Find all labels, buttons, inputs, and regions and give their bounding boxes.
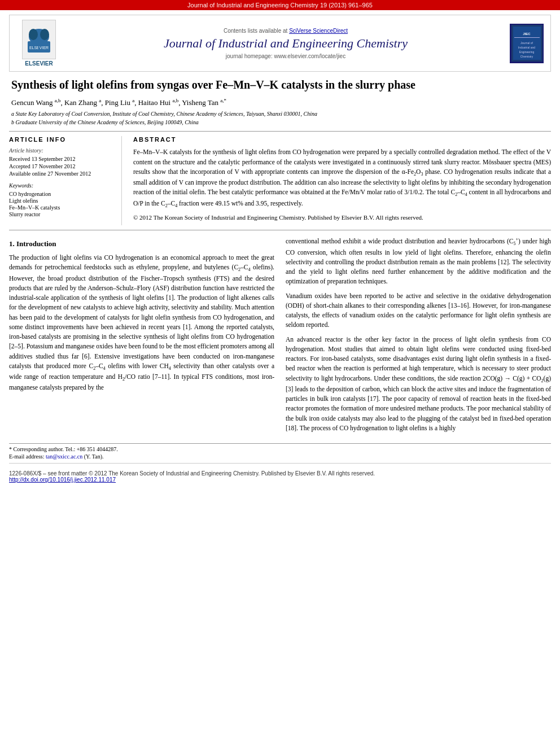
- svg-point-4: [40, 29, 49, 40]
- intro-paragraph-3: Vanadium oxides have been reported to be…: [286, 291, 551, 330]
- accepted-date: Accepted 17 November 2012: [9, 163, 115, 169]
- email-link[interactable]: tan@sxicc.ac.cn: [46, 453, 82, 460]
- journal-reference-bar: Journal of Industrial and Engineering Ch…: [0, 0, 560, 10]
- abstract-paragraph-1: Fe–Mn–V–K catalysts for the synthesis of…: [133, 147, 551, 209]
- contents-available-line: Contents lists available at SciVerse Sci…: [62, 28, 510, 34]
- affiliation-a: a State Key Laboratory of Coal Conversio…: [11, 111, 549, 117]
- elsevier-logo-image: ELSEVIER: [22, 20, 56, 59]
- article-title: Synthesis of light olefins from syngas o…: [11, 77, 549, 92]
- email-person: (Y. Tan).: [84, 453, 104, 460]
- email-line: E-mail address: tan@sxicc.ac.cn (Y. Tan)…: [9, 453, 551, 460]
- affiliation-b: b Graduate University of the Chinese Aca…: [11, 119, 549, 125]
- footnote-area: * Corresponding author. Tel.: +86 351 40…: [9, 443, 551, 460]
- intro-paragraph-1: The production of light olefins via CO h…: [9, 253, 274, 393]
- journal-reference-text: Journal of Industrial and Engineering Ch…: [187, 2, 373, 8]
- abstract-copyright: © 2012 The Korean Society of Industrial …: [133, 213, 551, 222]
- elsevier-brand-text: ELSEVIER: [25, 60, 53, 67]
- abstract-body: Fe–Mn–V–K catalysts for the synthesis of…: [133, 147, 551, 222]
- intro-paragraph-2: conventional method exhibit a wide produ…: [286, 236, 551, 286]
- elsevier-logo: ELSEVIER ELSEVIER: [16, 20, 62, 67]
- main-content-left: 1. Introduction The production of light …: [9, 236, 274, 438]
- svg-text:Journal of: Journal of: [520, 41, 533, 45]
- journal-header-center: Contents lists available at SciVerse Sci…: [62, 28, 510, 59]
- article-history-label: Article history:: [9, 147, 115, 154]
- corresponding-author-note: * Corresponding author. Tel.: +86 351 40…: [9, 446, 551, 452]
- article-section: Synthesis of light olefins from syngas o…: [9, 77, 551, 125]
- main-content: 1. Introduction The production of light …: [9, 236, 551, 438]
- keyword-3: Fe–Mn–V–K catalysts: [9, 204, 115, 211]
- keywords-label: Keywords:: [9, 182, 115, 189]
- sciverse-link[interactable]: SciVerse ScienceDirect: [289, 28, 348, 34]
- keyword-4: Slurry reactor: [9, 211, 115, 217]
- abstract-heading: ABSTRACT: [133, 136, 551, 143]
- intro-paragraph-4: An advanced reactor is the other key fac…: [286, 335, 551, 434]
- doi-link[interactable]: http://dx.doi.org/10.1016/j.jiec.2012.11…: [9, 477, 116, 483]
- content-divider: [9, 230, 551, 230]
- bottom-copyright: 1226-086X/$ – see front matter © 2012 Th…: [9, 463, 551, 483]
- journal-homepage-line: journal homepage: www.elsevier.com/locat…: [62, 53, 510, 59]
- journal-title: Journal of Industrial and Engineering Ch…: [62, 36, 510, 51]
- journal-cover-logo: JIEC Journal of Industrial and Engineeri…: [510, 24, 544, 63]
- journal-header: ELSEVIER ELSEVIER Contents lists availab…: [9, 15, 551, 72]
- svg-point-3: [29, 29, 38, 40]
- section-divider: [9, 131, 551, 132]
- keyword-2: Light olefins: [9, 198, 115, 204]
- introduction-title: 1. Introduction: [9, 238, 274, 250]
- keyword-1: CO hydrogenation: [9, 191, 115, 197]
- article-info-abstract: ARTICLE INFO Article history: Received 1…: [9, 136, 551, 225]
- main-content-right: conventional method exhibit a wide produ…: [286, 236, 551, 438]
- issn-text: 1226-086X/$ – see front matter © 2012 Th…: [9, 470, 551, 477]
- svg-rect-9: [514, 37, 540, 38]
- svg-text:Chemistry: Chemistry: [520, 55, 533, 58]
- svg-text:JIEC: JIEC: [523, 32, 531, 36]
- received-date: Received 13 September 2012: [9, 156, 115, 162]
- article-info-heading: ARTICLE INFO: [9, 136, 115, 143]
- email-label: E-mail address:: [9, 453, 44, 460]
- svg-text:Industrial and: Industrial and: [518, 46, 535, 49]
- abstract-column: ABSTRACT Fe–Mn–V–K catalysts for the syn…: [133, 136, 551, 225]
- article-info-column: ARTICLE INFO Article history: Received 1…: [9, 136, 122, 225]
- svg-text:Engineering: Engineering: [519, 50, 534, 54]
- authors-line: Gencun Wang a,b, Kan Zhang a, Ping Liu a…: [11, 98, 549, 107]
- available-online-date: Available online 27 November 2012: [9, 171, 115, 177]
